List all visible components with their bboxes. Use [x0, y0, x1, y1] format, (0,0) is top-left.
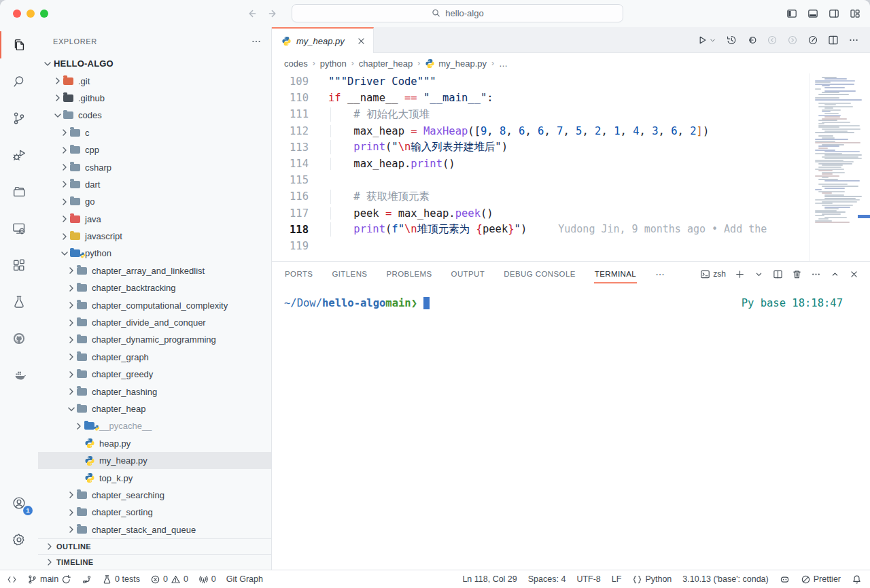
code-line-115[interactable]: 115 [272, 172, 870, 188]
code-line-119[interactable]: 119 [272, 238, 870, 254]
activity-item-source-control[interactable] [0, 102, 38, 135]
code-line-116[interactable]: 116 # 获取堆顶元素 [272, 188, 870, 205]
tree-item-javascript[interactable]: javascript [38, 228, 271, 245]
breadcrumb-item[interactable]: … [499, 58, 508, 69]
code-line-117[interactable]: 117 peek = max_heap.peek() [272, 205, 870, 222]
code-line-110[interactable]: 110if __name__ == "__main__": [272, 90, 870, 106]
toggle-secondary-sidebar-icon[interactable] [829, 8, 839, 19]
maximize-panel[interactable] [830, 269, 840, 279]
tree-item-chapter-graph[interactable]: chapter_graph [38, 349, 271, 366]
terminal[interactable]: ~/Dow/hello-algo main ❯ Py base 18:18:47 [272, 286, 870, 570]
activity-item-testing[interactable] [0, 286, 38, 318]
tree-item-chapter-array-and-linkedlist[interactable]: chapter_array_and_linkedlist [38, 262, 271, 279]
close-panel[interactable] [849, 269, 859, 279]
code-line-118[interactable]: 118 print(f"\n堆顶元素为 {peek}")Yudong Jin, … [272, 222, 870, 238]
panel-tab-output[interactable]: OUTPUT [451, 264, 486, 284]
run-dropdown-icon[interactable] [709, 36, 716, 44]
tree-item-python[interactable]: python [38, 245, 271, 262]
code-line-111[interactable]: 111 # 初始化大顶堆 [272, 106, 870, 122]
activity-item-run-and-debug[interactable] [0, 139, 38, 171]
code-line-113[interactable]: 113 print("\n输入列表并建堆后") [272, 139, 870, 156]
status-problems-status[interactable]: 00 [150, 574, 188, 585]
breadcrumb-item[interactable]: chapter_heap [359, 58, 413, 69]
tree-item-chapter-computational-complexity[interactable]: chapter_computational_complexity [38, 296, 271, 313]
toggle-primary-sidebar-icon[interactable] [786, 8, 797, 19]
zoom-window-button[interactable] [40, 10, 48, 18]
tree-item-cpp[interactable]: cpp [38, 141, 271, 158]
activity-item-explorer[interactable] [0, 29, 38, 61]
code-line-114[interactable]: 114 max_heap.print() [272, 156, 870, 172]
tab-my-heap-py[interactable]: my_heap.py [272, 27, 374, 53]
terminal-picker-dropdown[interactable] [754, 269, 764, 279]
tree-item-github[interactable]: .github [38, 90, 271, 107]
navigate-back-icon[interactable] [246, 8, 257, 19]
activity-item-extensions[interactable] [0, 249, 38, 281]
minimize-window-button[interactable] [27, 10, 35, 18]
code-line-112[interactable]: 112 max_heap = MaxHeap([9, 8, 6, 6, 7, 5… [272, 123, 870, 139]
activity-item-folders[interactable] [0, 175, 38, 208]
editor-more-actions-icon[interactable] [848, 35, 859, 46]
status-prettier[interactable]: Prettier [801, 574, 841, 585]
activity-item-remote-explorer[interactable] [0, 212, 38, 245]
tree-item-dart[interactable]: dart [38, 176, 271, 193]
status-indentation[interactable]: Spaces: 4 [528, 574, 566, 584]
panel-tab-gitlens[interactable]: GITLENS [331, 264, 368, 284]
settings-item[interactable] [0, 523, 38, 556]
status-cursor-position[interactable]: Ln 118, Col 29 [462, 574, 517, 584]
accounts-item[interactable]: 1 [0, 487, 38, 519]
kill-terminal[interactable] [792, 269, 802, 279]
breadcrumb-item[interactable]: python [320, 58, 347, 69]
breadcrumbs[interactable]: codes›python›chapter_heap›my_heap.py›… [272, 53, 870, 73]
status-notifications[interactable] [852, 574, 862, 585]
status-language-mode[interactable]: Python [632, 574, 672, 585]
status-eol[interactable]: LF [612, 574, 622, 584]
tree-item-chapter-divide-and-conquer[interactable]: chapter_divide_and_conquer [38, 314, 271, 331]
tree-item-heap-py[interactable]: heap.py [38, 435, 271, 452]
tree-item-my-heap-py[interactable]: my_heap.py [38, 452, 271, 469]
status-git-graph[interactable]: Git Graph [226, 574, 263, 584]
panel-more-tabs[interactable]: ⋯ [655, 262, 667, 286]
tree-item-chapter-dynamic-programming[interactable]: chapter_dynamic_programming [38, 331, 271, 348]
run-python-file-button[interactable] [697, 35, 716, 46]
open-changes-icon[interactable] [746, 35, 757, 46]
code-line-109[interactable]: 109"""Driver Code""" [272, 73, 870, 90]
tree-item-c[interactable]: c [38, 124, 271, 141]
status-encoding[interactable]: UTF-8 [576, 574, 600, 584]
new-terminal[interactable] [735, 269, 745, 279]
breadcrumb-item[interactable]: codes [284, 58, 308, 69]
tree-item-java[interactable]: java [38, 211, 271, 228]
navigate-forward-icon[interactable] [268, 8, 279, 19]
tree-item-pycache[interactable]: __pycache__ [38, 417, 271, 434]
tree-item-chapter-sorting[interactable]: chapter_sorting [38, 504, 271, 521]
tree-item-go[interactable]: go [38, 193, 271, 210]
status-ports-status[interactable]: 0 [198, 574, 216, 585]
activity-item-docker[interactable] [0, 359, 38, 392]
commit-graph-icon[interactable] [807, 35, 818, 46]
panel-tab-problems[interactable]: PROBLEMS [385, 264, 432, 284]
close-window-button[interactable] [13, 10, 21, 18]
status-test-status[interactable]: 0 tests [102, 574, 140, 585]
tree-item-top-k-py[interactable]: top_k.py [38, 469, 271, 486]
status-branch-status[interactable]: main [27, 574, 71, 585]
tree-item-hello-algo[interactable]: HELLO-ALGO [38, 55, 271, 72]
tree-item-chapter-stack-and-queue[interactable]: chapter_stack_and_queue [38, 521, 271, 538]
tree-item-chapter-hashing[interactable]: chapter_hashing [38, 383, 271, 400]
status-gitlens-status[interactable] [82, 574, 92, 585]
customize-layout-icon[interactable] [850, 8, 860, 19]
code-editor[interactable]: 109"""Driver Code"""110if __name__ == "_… [272, 73, 870, 261]
status-remote-indicator[interactable] [7, 574, 17, 585]
tree-item-chapter-searching[interactable]: chapter_searching [38, 487, 271, 504]
command-center-search[interactable]: hello-algo [292, 4, 623, 22]
toggle-panel-icon[interactable] [807, 8, 818, 19]
activity-item-github[interactable] [0, 322, 38, 355]
breadcrumb-item[interactable]: my_heap.py [425, 58, 487, 69]
terminal-shell[interactable]: zsh [700, 269, 726, 279]
tree-item-chapter-backtracking[interactable]: chapter_backtracking [38, 279, 271, 296]
minimap[interactable] [809, 73, 870, 261]
status-python-interpreter[interactable]: 3.10.13 ('base': conda) [682, 574, 768, 584]
split-editor-icon[interactable] [828, 35, 839, 46]
explorer-more-actions-icon[interactable] [251, 36, 262, 47]
timeline-section[interactable]: TIMELINE [38, 554, 271, 570]
timeline-history-icon[interactable] [726, 35, 737, 46]
split-terminal[interactable] [773, 269, 783, 279]
